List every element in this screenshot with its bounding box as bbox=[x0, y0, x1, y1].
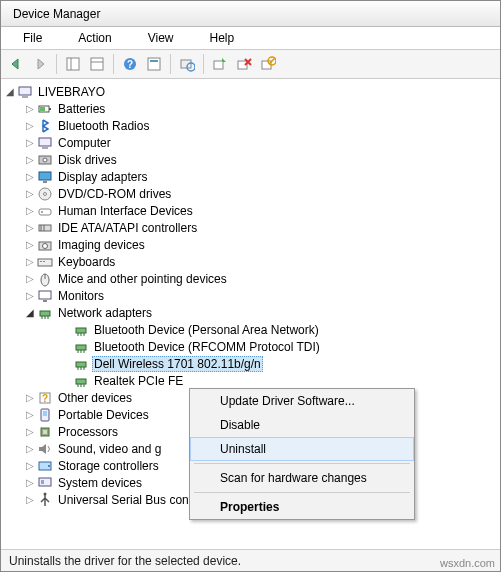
tree-category-row[interactable]: ▷Mice and other pointing devices bbox=[23, 270, 496, 287]
tree-category-row[interactable]: ▷Batteries bbox=[23, 100, 496, 117]
category-label[interactable]: Portable Devices bbox=[56, 408, 151, 422]
expander-icon[interactable]: ▷ bbox=[23, 154, 37, 165]
category-label[interactable]: Bluetooth Radios bbox=[56, 119, 151, 133]
tree-category-row[interactable]: ▷DVD/CD-ROM drives bbox=[23, 185, 496, 202]
category-label[interactable]: Disk drives bbox=[56, 153, 119, 167]
category-label[interactable]: Human Interface Devices bbox=[56, 204, 195, 218]
category-icon bbox=[37, 118, 53, 134]
expander-icon[interactable]: ▷ bbox=[23, 188, 37, 199]
expander-icon[interactable]: ▷ bbox=[23, 256, 37, 267]
expander-icon[interactable]: ▷ bbox=[23, 494, 37, 505]
expander-icon[interactable]: ▷ bbox=[23, 222, 37, 233]
category-label[interactable]: Sound, video and g bbox=[56, 442, 163, 456]
tree-category-row[interactable]: ▷Keyboards bbox=[23, 253, 496, 270]
tree-category-row[interactable]: ▷Display adapters bbox=[23, 168, 496, 185]
category-label[interactable]: Storage controllers bbox=[56, 459, 161, 473]
help-button[interactable]: ? bbox=[119, 53, 141, 75]
category-icon bbox=[37, 152, 53, 168]
context-menu-item[interactable]: Uninstall bbox=[190, 437, 414, 461]
menu-action[interactable]: Action bbox=[62, 29, 127, 47]
category-icon bbox=[37, 237, 53, 253]
expander-icon[interactable]: ▷ bbox=[23, 426, 37, 437]
device-label[interactable]: Dell Wireless 1701 802.11b/g/n bbox=[92, 356, 263, 372]
expander-icon[interactable]: ▷ bbox=[23, 392, 37, 403]
svg-rect-21 bbox=[22, 96, 28, 98]
device-label[interactable]: Bluetooth Device (Personal Area Network) bbox=[92, 323, 321, 337]
device-label[interactable]: Bluetooth Device (RFCOMM Protocol TDI) bbox=[92, 340, 322, 354]
expander-icon[interactable]: ▷ bbox=[23, 443, 37, 454]
category-label[interactable]: Processors bbox=[56, 425, 120, 439]
expander-icon[interactable]: ▷ bbox=[23, 171, 37, 182]
tree-category-row[interactable]: ▷Computer bbox=[23, 134, 496, 151]
category-label[interactable]: IDE ATA/ATAPI controllers bbox=[56, 221, 199, 235]
scan-hardware-button[interactable] bbox=[176, 53, 198, 75]
menu-help[interactable]: Help bbox=[194, 29, 251, 47]
category-label[interactable]: DVD/CD-ROM drives bbox=[56, 187, 173, 201]
show-hide-tree-button[interactable] bbox=[62, 53, 84, 75]
category-label[interactable]: Display adapters bbox=[56, 170, 149, 184]
tree-device-row[interactable]: Dell Wireless 1701 802.11b/g/n bbox=[43, 355, 496, 372]
category-label[interactable]: System devices bbox=[56, 476, 144, 490]
menu-view[interactable]: View bbox=[132, 29, 190, 47]
expander-icon[interactable]: ▷ bbox=[23, 460, 37, 471]
expander-icon[interactable]: ▷ bbox=[23, 205, 37, 216]
category-label[interactable]: Keyboards bbox=[56, 255, 117, 269]
nav-forward-button[interactable] bbox=[29, 53, 51, 75]
svg-rect-33 bbox=[39, 209, 51, 215]
tree-category-row[interactable]: ▷Imaging devices bbox=[23, 236, 496, 253]
action-button[interactable] bbox=[143, 53, 165, 75]
category-label[interactable]: Network adapters bbox=[56, 306, 154, 320]
uninstall-button[interactable] bbox=[233, 53, 255, 75]
svg-point-28 bbox=[43, 158, 47, 162]
properties-button[interactable] bbox=[86, 53, 108, 75]
category-icon bbox=[37, 458, 53, 474]
tree-device-row[interactable]: Bluetooth Device (Personal Area Network) bbox=[43, 321, 496, 338]
computer-icon bbox=[17, 84, 33, 100]
tree-category-row[interactable]: ▷Human Interface Devices bbox=[23, 202, 496, 219]
expander-icon[interactable]: ◢ bbox=[23, 307, 37, 318]
context-menu-item[interactable]: Scan for hardware changes bbox=[190, 466, 414, 490]
tree-category-row[interactable]: ◢Network adapters bbox=[23, 304, 496, 321]
expander-icon[interactable]: ▷ bbox=[23, 477, 37, 488]
tree-category-row[interactable]: ▷Monitors bbox=[23, 287, 496, 304]
disable-button[interactable] bbox=[257, 53, 279, 75]
menu-file[interactable]: File bbox=[7, 29, 58, 47]
category-label[interactable]: Computer bbox=[56, 136, 113, 150]
category-label[interactable]: Other devices bbox=[56, 391, 134, 405]
expander-icon[interactable]: ▷ bbox=[23, 137, 37, 148]
context-menu: Update Driver Software...DisableUninstal… bbox=[189, 388, 415, 520]
tree-category-row[interactable]: ▷Bluetooth Radios bbox=[23, 117, 496, 134]
category-icon bbox=[37, 407, 53, 423]
nav-back-button[interactable] bbox=[5, 53, 27, 75]
tree-category-row[interactable]: ▷Disk drives bbox=[23, 151, 496, 168]
context-menu-item[interactable]: Update Driver Software... bbox=[190, 389, 414, 413]
expander-icon[interactable]: ▷ bbox=[23, 273, 37, 284]
category-icon: ? bbox=[37, 390, 53, 406]
tree-root-label[interactable]: LIVEBRAYO bbox=[36, 85, 107, 99]
tree-category-row[interactable]: ▷IDE ATA/ATAPI controllers bbox=[23, 219, 496, 236]
titlebar[interactable]: Device Manager bbox=[1, 1, 500, 27]
device-label[interactable]: Realtek PCIe FE bbox=[92, 374, 185, 388]
expander-icon[interactable]: ▷ bbox=[23, 239, 37, 250]
context-menu-item[interactable]: Properties bbox=[190, 495, 414, 519]
context-menu-item[interactable]: Disable bbox=[190, 413, 414, 437]
category-label[interactable]: Monitors bbox=[56, 289, 106, 303]
svg-rect-51 bbox=[76, 328, 86, 333]
expander-icon[interactable]: ▷ bbox=[23, 103, 37, 114]
expander-icon[interactable]: ▷ bbox=[23, 290, 37, 301]
tree-device-row[interactable]: Realtek PCIe FE bbox=[43, 372, 496, 389]
svg-rect-29 bbox=[39, 172, 51, 180]
svg-rect-47 bbox=[40, 311, 50, 316]
category-label[interactable]: Mice and other pointing devices bbox=[56, 272, 229, 286]
expander-icon[interactable]: ▷ bbox=[23, 409, 37, 420]
category-label[interactable]: Imaging devices bbox=[56, 238, 147, 252]
expander-icon[interactable]: ▷ bbox=[23, 120, 37, 131]
svg-point-34 bbox=[41, 211, 43, 213]
svg-rect-59 bbox=[76, 362, 86, 367]
tree-device-row[interactable]: Bluetooth Device (RFCOMM Protocol TDI) bbox=[43, 338, 496, 355]
category-icon bbox=[37, 288, 53, 304]
svg-text:?: ? bbox=[42, 393, 48, 404]
category-label[interactable]: Batteries bbox=[56, 102, 107, 116]
update-driver-button[interactable] bbox=[209, 53, 231, 75]
expander-icon[interactable]: ◢ bbox=[3, 86, 17, 97]
